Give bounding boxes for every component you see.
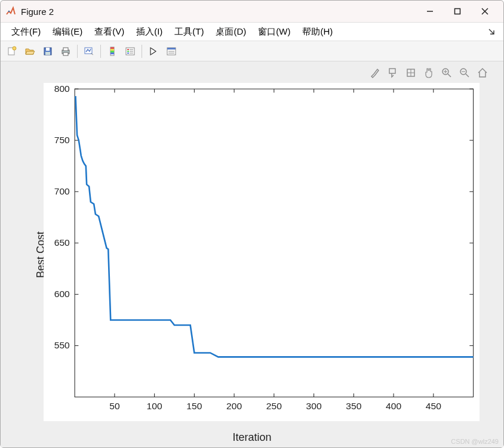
svg-point-6 (13, 47, 16, 50)
edit-plot-button[interactable] (146, 44, 161, 59)
svg-line-35 (448, 74, 451, 77)
svg-text:550: 550 (54, 341, 70, 351)
toolbar-separator (142, 45, 142, 58)
zoom-out-icon[interactable] (458, 66, 471, 79)
menu-help[interactable]: 帮助(H) (296, 24, 339, 40)
svg-rect-30 (389, 69, 395, 73)
toolbar (1, 41, 503, 61)
svg-line-39 (466, 74, 469, 77)
figure-window: Figure 2 文件(F) 编辑(E) 查看(V) 插入(I) 工具(T) 桌… (0, 0, 504, 448)
new-figure-button[interactable] (4, 44, 20, 59)
pan-icon[interactable] (422, 66, 435, 79)
svg-text:650: 650 (54, 238, 70, 248)
svg-text:100: 100 (147, 401, 162, 411)
expand-icon[interactable] (484, 27, 499, 37)
brush-icon[interactable] (368, 66, 382, 79)
insert-colorbar-button[interactable] (105, 44, 120, 59)
plot-svg: 5010015020025030035040045055060065070075… (44, 83, 480, 421)
svg-text:700: 700 (54, 187, 70, 197)
menu-edit[interactable]: 编辑(E) (47, 24, 88, 40)
matlab-icon (5, 6, 16, 17)
svg-rect-18 (110, 52, 114, 54)
svg-rect-8 (46, 48, 50, 51)
svg-rect-41 (75, 89, 473, 397)
save-button[interactable] (40, 44, 56, 59)
window-title: Figure 2 (21, 7, 416, 17)
menubar: 文件(F) 编辑(E) 查看(V) 插入(I) 工具(T) 桌面(D) 窗口(W… (1, 22, 503, 41)
titlebar: Figure 2 (1, 1, 503, 22)
insert-legend-button[interactable] (122, 44, 138, 59)
svg-rect-15 (110, 47, 114, 49)
svg-text:350: 350 (346, 401, 361, 411)
toolbar-separator (77, 45, 78, 58)
rotate-icon[interactable] (404, 66, 417, 79)
svg-rect-27 (167, 48, 176, 50)
close-button[interactable] (471, 1, 499, 22)
minimize-button[interactable] (416, 1, 444, 22)
menu-tools[interactable]: 工具(T) (168, 24, 210, 40)
svg-text:50: 50 (109, 401, 119, 411)
axes[interactable]: 5010015020025030035040045055060065070075… (44, 83, 480, 421)
svg-rect-21 (127, 51, 129, 52)
menu-window[interactable]: 窗口(W) (252, 24, 296, 40)
figure-area: Best Cost Iteration 50100150200250300350… (1, 61, 503, 447)
svg-text:400: 400 (386, 401, 401, 411)
link-plot-button[interactable] (81, 44, 97, 59)
maximize-button[interactable] (444, 1, 471, 22)
svg-rect-20 (127, 49, 129, 50)
open-button[interactable] (22, 44, 38, 59)
svg-text:250: 250 (266, 401, 282, 411)
svg-rect-17 (110, 51, 114, 52)
watermark: CSDN @wlz249 (451, 438, 499, 445)
svg-text:800: 800 (54, 84, 70, 94)
svg-text:450: 450 (426, 401, 441, 411)
axes-toolbar (368, 66, 489, 79)
datatip-icon[interactable] (386, 66, 399, 79)
menu-file[interactable]: 文件(F) (5, 24, 47, 40)
zoom-in-icon[interactable] (440, 66, 453, 79)
toolbar-separator (100, 45, 101, 58)
print-button[interactable] (58, 44, 73, 59)
svg-text:300: 300 (306, 401, 322, 411)
svg-text:600: 600 (54, 289, 70, 299)
menu-view[interactable]: 查看(V) (88, 24, 130, 40)
svg-rect-16 (110, 49, 114, 51)
home-icon[interactable] (476, 66, 489, 79)
menu-insert[interactable]: 插入(I) (130, 24, 168, 40)
svg-rect-9 (45, 52, 50, 55)
svg-rect-22 (127, 52, 129, 54)
menu-desktop[interactable]: 桌面(D) (210, 24, 252, 40)
svg-point-0 (8, 11, 10, 12)
svg-text:200: 200 (226, 401, 242, 411)
svg-rect-2 (455, 9, 460, 14)
open-property-inspector-button[interactable] (164, 44, 179, 59)
svg-rect-12 (63, 52, 68, 55)
x-axis-label: Iteration (232, 431, 271, 444)
svg-text:150: 150 (186, 401, 202, 411)
svg-text:750: 750 (54, 135, 70, 145)
svg-rect-11 (63, 48, 68, 51)
